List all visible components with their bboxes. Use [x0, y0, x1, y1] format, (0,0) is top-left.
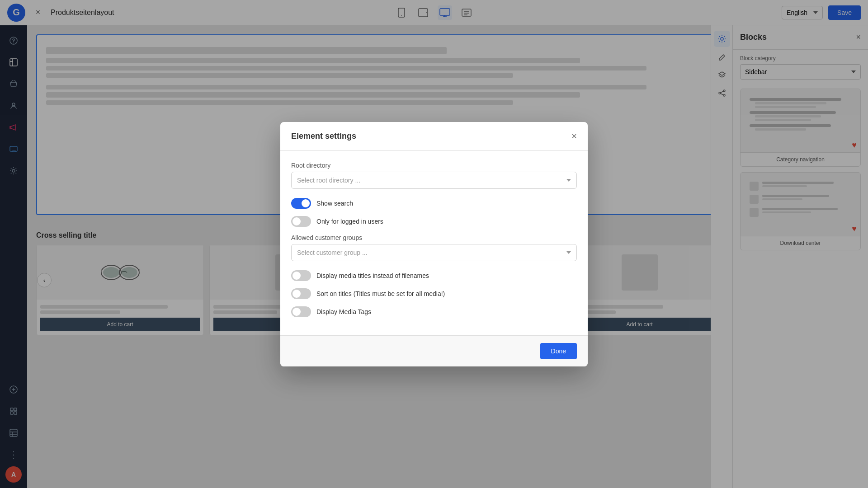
sort-on-titles-label: Sort on titles (Titles must be set for a…: [316, 290, 445, 297]
show-search-row: Show search: [291, 198, 577, 209]
sort-on-titles-row: Sort on titles (Titles must be set for a…: [291, 288, 577, 299]
display-media-titles-toggle[interactable]: [291, 270, 311, 281]
customer-groups-group: Allowed customer groups Select customer …: [291, 234, 577, 261]
modal-overlay: Element settings × Root directory Select…: [0, 0, 868, 488]
customer-groups-select-wrap: Select customer group ...: [291, 244, 577, 261]
root-directory-group: Root directory Select root directory ...: [291, 162, 577, 189]
modal-footer: Done: [280, 335, 588, 366]
display-media-tags-label: Display Media Tags: [316, 308, 371, 315]
sort-on-titles-toggle[interactable]: [291, 288, 311, 299]
element-settings-modal: Element settings × Root directory Select…: [280, 122, 588, 366]
display-media-tags-toggle[interactable]: [291, 306, 311, 317]
logged-in-label: Only for logged in users: [316, 218, 383, 225]
root-directory-select[interactable]: Select root directory ...: [291, 172, 577, 189]
display-media-tags-row: Display Media Tags: [291, 306, 577, 317]
done-button[interactable]: Done: [540, 343, 577, 359]
logged-in-row: Only for logged in users: [291, 216, 577, 227]
customer-groups-label: Allowed customer groups: [291, 234, 577, 241]
customer-groups-select[interactable]: Select customer group ...: [291, 244, 577, 261]
root-directory-label: Root directory: [291, 162, 577, 169]
show-search-label: Show search: [316, 200, 353, 207]
modal-header: Element settings ×: [280, 122, 588, 151]
logged-in-toggle[interactable]: [291, 216, 311, 227]
modal-title: Element settings: [291, 131, 356, 141]
root-directory-select-wrap: Select root directory ...: [291, 172, 577, 189]
modal-body: Root directory Select root directory ...…: [280, 151, 588, 335]
display-media-titles-row: Display media titles instead of filename…: [291, 270, 577, 281]
modal-close-button[interactable]: ×: [571, 131, 577, 141]
show-search-toggle[interactable]: [291, 198, 311, 209]
display-media-titles-label: Display media titles instead of filename…: [316, 272, 429, 279]
